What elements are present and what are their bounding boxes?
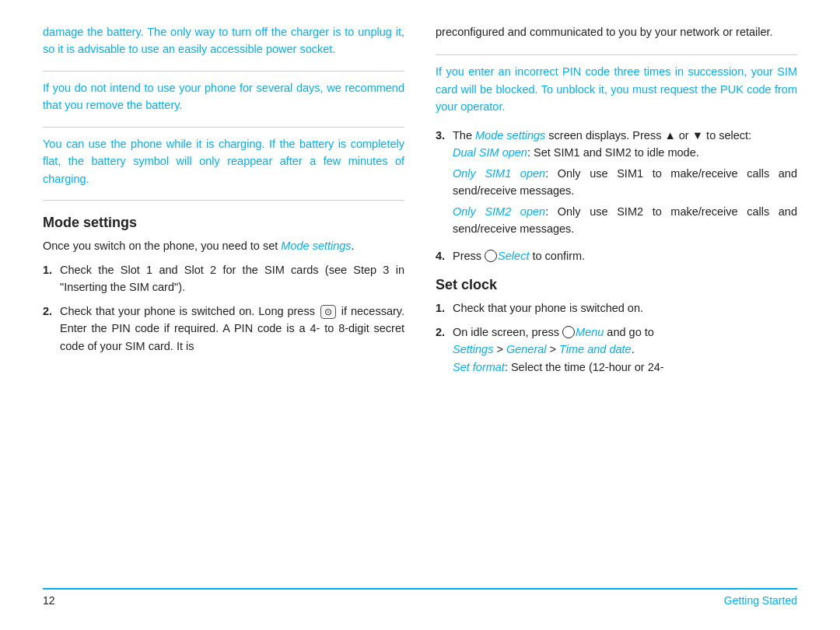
step-1-content: Check the Slot 1 and Slot 2 for the SIM … — [60, 261, 404, 296]
right-divider1 — [436, 54, 797, 55]
sep1: > — [496, 343, 506, 355]
clock-step2-main: 2. On idle screen, press Menu and go to — [436, 324, 654, 341]
right-steps-list: 3. The Mode settings screen displays. Pr… — [436, 127, 797, 271]
set-clock-heading: Set clock — [436, 277, 797, 293]
clock-step-num-1: 1. — [436, 299, 453, 317]
mode-settings-link: Mode settings — [281, 240, 351, 252]
power-key-icon: ⊙ — [320, 305, 336, 319]
menu-italic: Menu — [576, 326, 604, 338]
page-footer: 12 Getting Started — [43, 588, 797, 607]
sep2: > — [550, 343, 556, 355]
select-italic: Select — [498, 250, 529, 262]
step4-after: to confirm. — [532, 250, 585, 262]
page: damage the battery. The only way to turn… — [0, 0, 840, 630]
circle-menu-icon — [562, 326, 575, 338]
right-column: preconfigured and communicated to you by… — [436, 23, 797, 583]
step2-before: Check that your phone is switched on. Lo… — [60, 305, 315, 317]
circle-select-icon — [485, 250, 497, 262]
intro-text: Once you switch on the phone, you need t… — [43, 240, 278, 252]
period: . — [632, 343, 635, 355]
left-block3: You can use the phone while it is chargi… — [43, 135, 404, 187]
clock-step2-after: and go to — [607, 326, 653, 338]
step-num-1: 1. — [43, 261, 60, 278]
mode-settings-italic: Mode settings — [475, 129, 545, 142]
dual-sim-label: Dual SIM open — [453, 146, 527, 159]
sim1-item: Only SIM1 open: Only use SIM1 to make/re… — [453, 165, 797, 200]
battery-warning-text: damage the battery. The only way to turn… — [43, 23, 404, 58]
divider2 — [43, 127, 404, 128]
dual-sim-item: Dual SIM open: Set SIM1 and SIM2 to idle… — [453, 144, 797, 161]
step3-after: screen displays. Press ▲ or ▼ to select: — [548, 129, 751, 142]
mode-intro: Once you switch on the phone, you need t… — [43, 237, 404, 254]
divider3 — [43, 200, 404, 201]
step4-before: Press — [453, 250, 481, 262]
step-2-content: Check that your phone is switched on. Lo… — [60, 303, 404, 355]
step3-subitems: Dual SIM open: Set SIM1 and SIM2 to idle… — [453, 144, 797, 240]
right-normal-text1: preconfigured and communicated to you by… — [436, 23, 797, 40]
clock-step2-sublines: Settings > General > Time and date. Set … — [453, 341, 664, 376]
set-format-line: Set format: Select the time (12-hour or … — [453, 359, 664, 376]
clock-step-2: 2. On idle screen, press Menu and go to … — [436, 324, 797, 376]
set-format-text: : Select the time (12-hour or 24- — [505, 361, 664, 373]
set-format-label: Set format — [453, 361, 505, 373]
page-number: 12 — [43, 594, 55, 607]
charging-text: You can use the phone while it is chargi… — [43, 135, 404, 187]
step-num-2: 2. — [43, 303, 60, 320]
left-column: damage the battery. The only way to turn… — [43, 23, 404, 583]
right-step-4: 4. Press Select to confirm. — [436, 247, 797, 264]
step-num-3: 3. — [436, 127, 453, 144]
clock-step-1-content: Check that your phone is switched on. — [453, 299, 797, 317]
divider1 — [43, 71, 404, 72]
clock-step2-before: On idle screen, press — [453, 326, 559, 338]
left-step-1: 1. Check the Slot 1 and Slot 2 for the S… — [43, 261, 404, 296]
battery-days-text: If you do not intend to use your phone f… — [43, 79, 404, 114]
time-date-label: Time and date — [559, 343, 632, 355]
step3-main: 3. The Mode settings screen displays. Pr… — [436, 127, 751, 144]
pin-warning-text: If you enter an incorrect PIN code three… — [436, 63, 797, 115]
sim2-item: Only SIM2 open: Only use SIM2 to make/re… — [453, 203, 797, 238]
clock-step-num-2: 2. — [436, 324, 453, 341]
step-3-content: The Mode settings screen displays. Press… — [453, 127, 751, 144]
settings-path: Settings > General > Time and date. — [453, 341, 664, 358]
general-label: General — [506, 343, 547, 355]
sim1-label: Only SIM1 open — [453, 167, 545, 180]
dual-sim-text: : Set SIM1 and SIM2 to idle mode. — [527, 146, 699, 159]
step3-before: The — [453, 129, 472, 142]
right-steps2-list: 1. Check that your phone is switched on.… — [436, 299, 797, 382]
left-block1: damage the battery. The only way to turn… — [43, 23, 404, 58]
left-step-2: 2. Check that your phone is switched on.… — [43, 303, 404, 355]
section-label: Getting Started — [724, 594, 797, 607]
right-cyan-block: If you enter an incorrect PIN code three… — [436, 63, 797, 121]
left-block2: If you do not intend to use your phone f… — [43, 79, 404, 114]
step-num-4: 4. — [436, 247, 453, 264]
clock-step-1: 1. Check that your phone is switched on. — [436, 299, 797, 317]
clock-step-2-content: On idle screen, press Menu and go to — [453, 324, 654, 341]
right-step-3: 3. The Mode settings screen displays. Pr… — [436, 127, 797, 241]
sim2-label: Only SIM2 open — [453, 205, 545, 218]
mode-settings-heading: Mode settings — [43, 215, 404, 231]
settings-label: Settings — [453, 343, 493, 355]
step-4-content: Press Select to confirm. — [453, 247, 797, 264]
left-steps-list: 1. Check the Slot 1 and Slot 2 for the S… — [43, 261, 404, 361]
